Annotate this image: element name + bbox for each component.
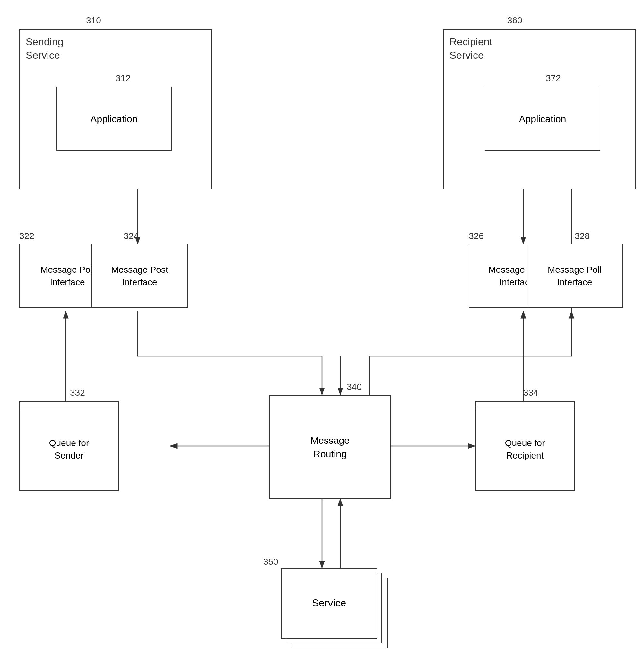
msg-poll-right-box: Message Poll Interface: [527, 244, 623, 308]
ref-324: 324: [124, 231, 139, 241]
ref-350: 350: [263, 557, 278, 567]
msg-poll-left-label: Message Poll Interface: [40, 264, 94, 288]
queue-recipient-label: Queue for Recipient: [505, 437, 545, 462]
queue-sender-box: Queue for Sender: [19, 401, 119, 491]
msg-post-left-box: Message Post Interface: [92, 244, 188, 308]
sending-application-label: Application: [90, 113, 138, 125]
recipient-application-label: Application: [519, 113, 566, 125]
msg-routing-label: Message Routing: [310, 434, 350, 461]
msg-post-left-label: Message Post Interface: [111, 264, 168, 288]
diagram: Sending Service 310 Application 312 Reci…: [0, 0, 644, 669]
ref-326: 326: [469, 231, 484, 241]
recipient-application-box: Application: [485, 87, 600, 151]
ref-328: 328: [575, 231, 590, 241]
service-label: Service: [312, 597, 346, 610]
ref-322: 322: [19, 231, 34, 241]
ref-334: 334: [523, 388, 538, 398]
ref-332: 332: [70, 388, 85, 398]
sending-application-box: Application: [56, 87, 172, 151]
queue-recipient-box: Queue for Recipient: [475, 401, 575, 491]
ref-340: 340: [347, 382, 362, 392]
ref-312: 312: [115, 73, 131, 83]
ref-310: 310: [86, 15, 101, 26]
ref-360: 360: [507, 15, 522, 26]
msg-poll-right-label: Message Poll Interface: [548, 264, 602, 288]
sending-service-label: Sending Service: [26, 35, 63, 62]
service-box: Service: [281, 568, 377, 639]
msg-routing-box: Message Routing: [269, 395, 391, 499]
ref-372: 372: [546, 73, 561, 83]
recipient-service-label: Recipient Service: [449, 35, 492, 62]
queue-sender-label: Queue for Sender: [49, 437, 89, 462]
